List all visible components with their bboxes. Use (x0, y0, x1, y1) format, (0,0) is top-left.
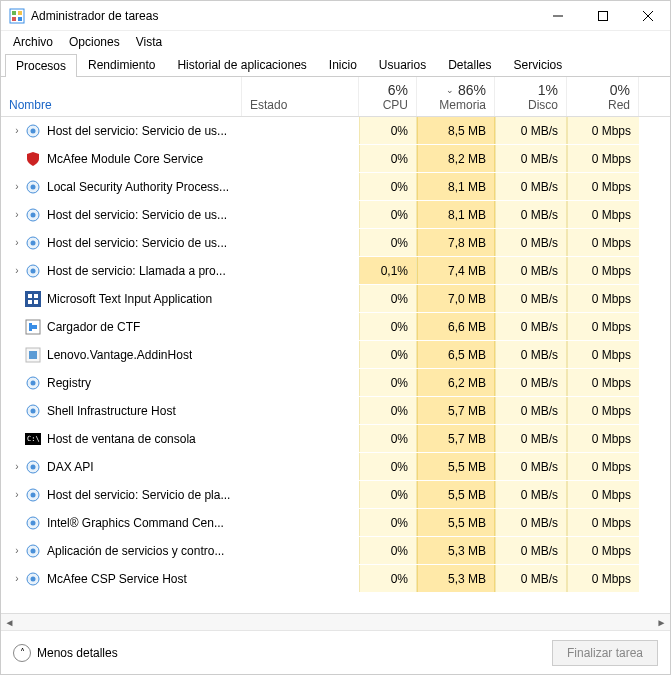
process-row[interactable]: ›Host de servicio: Llamada a pro...0,1%7… (1, 257, 670, 285)
process-row[interactable]: Cargador de CTF0%6,6 MB0 MB/s0 Mbps (1, 313, 670, 341)
network-cell: 0 Mbps (567, 509, 639, 536)
col-status[interactable]: Estado (242, 77, 359, 116)
expand-icon[interactable]: › (9, 209, 25, 220)
process-name-cell: Lenovo.Vantage.AddinHost (1, 341, 242, 368)
minimize-button[interactable] (535, 1, 580, 31)
process-name-cell: ›Host del servicio: Servicio de us... (1, 201, 242, 228)
cpu-cell: 0% (359, 453, 417, 480)
process-row[interactable]: ›Local Security Authority Process...0%8,… (1, 173, 670, 201)
col-cpu[interactable]: 6% CPU (359, 77, 417, 116)
process-name-cell: ›Aplicación de servicios y contro... (1, 537, 242, 564)
process-row[interactable]: C:\Host de ventana de consola0%5,7 MB0 M… (1, 425, 670, 453)
expand-icon[interactable]: › (9, 181, 25, 192)
scroll-right-icon[interactable]: ► (653, 614, 670, 631)
memory-cell: 5,3 MB (417, 565, 495, 592)
disk-cell: 0 MB/s (495, 173, 567, 200)
network-cell: 0 Mbps (567, 481, 639, 508)
expand-icon[interactable]: › (9, 461, 25, 472)
tab-app-history[interactable]: Historial de aplicaciones (166, 53, 317, 76)
svg-point-10 (31, 128, 36, 133)
process-name: McAfee CSP Service Host (47, 572, 187, 586)
expand-icon[interactable]: › (9, 125, 25, 136)
process-list[interactable]: ›Host del servicio: Servicio de us...0%8… (1, 117, 670, 613)
memory-cell: 7,4 MB (417, 257, 495, 284)
cpu-cell: 0,1% (359, 257, 417, 284)
process-row[interactable]: ›Host del servicio: Servicio de us...0%8… (1, 201, 670, 229)
process-row[interactable]: Shell Infrastructure Host0%5,7 MB0 MB/s0… (1, 397, 670, 425)
chevron-up-icon: ˄ (13, 644, 31, 662)
svg-point-38 (31, 520, 36, 525)
process-icon (25, 347, 41, 363)
process-icon (25, 123, 41, 139)
network-cell: 0 Mbps (567, 229, 639, 256)
col-status-label: Estado (250, 98, 350, 112)
process-row[interactable]: Registry0%6,2 MB0 MB/s0 Mbps (1, 369, 670, 397)
col-name-label: Nombre (9, 98, 233, 112)
process-name: Microsoft Text Input Application (47, 292, 212, 306)
menu-options[interactable]: Opciones (61, 33, 128, 51)
svg-rect-1 (12, 11, 16, 15)
expand-icon[interactable]: › (9, 545, 25, 556)
expand-icon[interactable]: › (9, 265, 25, 276)
cpu-cell: 0% (359, 201, 417, 228)
expand-icon[interactable]: › (9, 237, 25, 248)
memory-cell: 8,1 MB (417, 173, 495, 200)
process-name: Lenovo.Vantage.AddinHost (47, 348, 192, 362)
process-row[interactable]: ›DAX API0%5,5 MB0 MB/s0 Mbps (1, 453, 670, 481)
process-icon (25, 179, 41, 195)
svg-rect-23 (34, 300, 38, 304)
process-name-cell: McAfee Module Core Service (1, 145, 242, 172)
expand-icon[interactable]: › (9, 489, 25, 500)
col-memory[interactable]: ⌄86% Memoria (417, 77, 495, 116)
tab-details[interactable]: Detalles (437, 53, 502, 76)
process-row[interactable]: ›Host del servicio: Servicio de us...0%8… (1, 117, 670, 145)
expand-icon[interactable]: › (9, 573, 25, 584)
process-icon (25, 515, 41, 531)
menu-file[interactable]: Archivo (5, 33, 61, 51)
app-icon (9, 8, 25, 24)
maximize-button[interactable] (580, 1, 625, 31)
tab-performance[interactable]: Rendimiento (77, 53, 166, 76)
process-row[interactable]: ›Aplicación de servicios y contro...0%5,… (1, 537, 670, 565)
tab-services[interactable]: Servicios (503, 53, 574, 76)
disk-cell: 0 MB/s (495, 565, 567, 592)
horizontal-scrollbar[interactable]: ◄ ► (1, 613, 670, 630)
status-cell (242, 117, 359, 144)
cpu-cell: 0% (359, 341, 417, 368)
svg-text:C:\: C:\ (27, 435, 40, 443)
col-network[interactable]: 0% Red (567, 77, 639, 116)
footer: ˄ Menos detalles Finalizar tarea (1, 630, 670, 674)
process-row[interactable]: ›Host del servicio: Servicio de us...0%7… (1, 229, 670, 257)
cpu-cell: 0% (359, 173, 417, 200)
process-name: Aplicación de servicios y contro... (47, 544, 224, 558)
svg-point-28 (31, 380, 36, 385)
col-name[interactable]: Nombre (1, 77, 242, 116)
disk-cell: 0 MB/s (495, 341, 567, 368)
process-icon (25, 571, 41, 587)
tab-processes[interactable]: Procesos (5, 54, 77, 77)
close-button[interactable] (625, 1, 670, 31)
disk-cell: 0 MB/s (495, 537, 567, 564)
process-row[interactable]: ›McAfee CSP Service Host0%5,3 MB0 MB/s0 … (1, 565, 670, 593)
process-row[interactable]: Lenovo.Vantage.AddinHost0%6,5 MB0 MB/s0 … (1, 341, 670, 369)
tab-users[interactable]: Usuarios (368, 53, 437, 76)
fewer-details-button[interactable]: ˄ Menos detalles (13, 644, 552, 662)
end-task-button[interactable]: Finalizar tarea (552, 640, 658, 666)
process-icon (25, 263, 41, 279)
col-cpu-label: CPU (383, 98, 408, 112)
network-cell: 0 Mbps (567, 453, 639, 480)
process-row[interactable]: ›Host del servicio: Servicio de pla...0%… (1, 481, 670, 509)
menu-view[interactable]: Vista (128, 33, 170, 51)
disk-cell: 0 MB/s (495, 285, 567, 312)
process-row[interactable]: Intel® Graphics Command Cen...0%5,5 MB0 … (1, 509, 670, 537)
tab-startup[interactable]: Inicio (318, 53, 368, 76)
scroll-left-icon[interactable]: ◄ (1, 614, 18, 631)
window-title: Administrador de tareas (31, 9, 535, 23)
disk-cell: 0 MB/s (495, 229, 567, 256)
col-disk[interactable]: 1% Disco (495, 77, 567, 116)
cpu-cell: 0% (359, 369, 417, 396)
process-row[interactable]: McAfee Module Core Service0%8,2 MB0 MB/s… (1, 145, 670, 173)
svg-point-34 (31, 464, 36, 469)
svg-rect-4 (18, 17, 22, 21)
process-row[interactable]: Microsoft Text Input Application0%7,0 MB… (1, 285, 670, 313)
